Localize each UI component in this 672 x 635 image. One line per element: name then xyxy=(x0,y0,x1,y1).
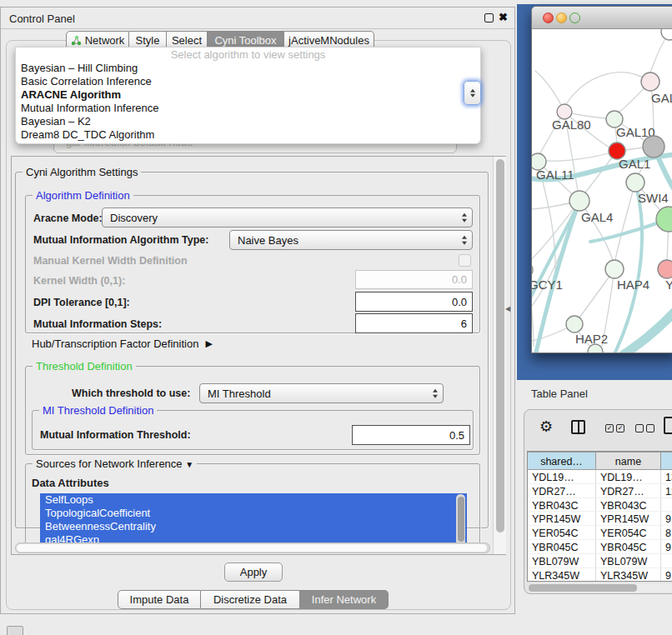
zoom-traffic-light[interactable] xyxy=(569,12,580,23)
table-cell[interactable]: 8. xyxy=(661,526,672,540)
network-node-label: GAL xyxy=(651,91,672,105)
table-cell[interactable]: YPR145W xyxy=(528,512,596,526)
apply-button[interactable]: Apply xyxy=(224,562,283,582)
table-column-header[interactable]: A xyxy=(661,452,672,470)
which-threshold-combo[interactable]: MI Threshold xyxy=(199,383,444,403)
table-cell[interactable]: YER054C xyxy=(596,526,661,540)
settings-vscrollbar[interactable] xyxy=(493,157,506,554)
algorithm-option[interactable]: ARACNE Algorithm xyxy=(16,88,480,102)
table-cell[interactable]: 9. xyxy=(661,540,672,554)
network-node-hap2[interactable] xyxy=(566,316,583,332)
table-cell[interactable]: YBR045C xyxy=(528,540,596,554)
table-column-header[interactable]: name xyxy=(596,452,661,470)
table-cell[interactable]: 12 xyxy=(661,484,672,498)
network-node-label: GAL80 xyxy=(552,118,591,132)
table-cell[interactable]: YER054C xyxy=(528,526,596,540)
mi-threshold-field[interactable]: 0.5 xyxy=(352,425,470,445)
which-threshold-label: Which threshold to use: xyxy=(72,388,190,399)
export-table-icon[interactable] xyxy=(664,417,672,434)
split-columns-icon[interactable] xyxy=(571,420,585,434)
manual-kernel-checkbox[interactable] xyxy=(459,254,471,267)
network-edge[interactable] xyxy=(546,151,617,161)
table-cell[interactable]: 9. xyxy=(661,512,672,526)
data-attribute-item[interactable]: SelfLoops xyxy=(40,493,467,507)
network-edge[interactable] xyxy=(566,72,650,104)
settings-vscroll-thumb[interactable] xyxy=(496,159,504,532)
data-attribute-item[interactable]: BetweennessCentrality xyxy=(40,520,467,533)
table-cell[interactable]: YDL19… xyxy=(528,470,596,484)
gear-icon[interactable]: ⚙ xyxy=(539,418,553,436)
attr-list-scrollbar[interactable] xyxy=(456,494,465,546)
table-cell[interactable]: YDL19… xyxy=(596,470,661,484)
sources-legend[interactable]: Sources for Network Inference ▼ xyxy=(33,458,197,470)
network-node[interactable] xyxy=(588,344,603,353)
algorithm-option[interactable]: Basic Correlation Inference xyxy=(16,75,480,88)
network-edge-highlighted[interactable] xyxy=(612,308,672,353)
mi-steps-field[interactable]: 6 xyxy=(355,313,473,333)
select-all-columns-icon[interactable]: ✓ ✓ xyxy=(605,424,624,432)
network-node-gal[interactable] xyxy=(641,72,659,91)
table-cell[interactable] xyxy=(661,498,672,512)
network-node[interactable] xyxy=(656,207,672,232)
network-node-gcy1[interactable] xyxy=(532,262,533,278)
table-cell[interactable]: YBR043C xyxy=(596,498,661,512)
network-node-y[interactable] xyxy=(658,260,672,278)
which-threshold-value: MI Threshold xyxy=(208,388,271,400)
network-node[interactable] xyxy=(661,29,672,40)
table-column-header[interactable]: shared… xyxy=(528,452,596,470)
minimize-traffic-light[interactable] xyxy=(556,12,567,23)
settings-hscrollbar[interactable] xyxy=(15,542,490,553)
network-window-titlebar[interactable] xyxy=(532,7,672,29)
mi-type-combo[interactable]: Naive Bayes xyxy=(229,230,473,250)
mi-type-label: Mutual Information Algorithm Type: xyxy=(33,234,208,246)
data-attribute-item[interactable]: TopologicalCoefficient xyxy=(40,507,467,520)
table-cell[interactable]: YLR345W xyxy=(596,568,661,582)
tab-infer-network[interactable]: Infer Network xyxy=(300,590,389,609)
algorithm-option[interactable]: Bayesian – K2 xyxy=(16,115,480,128)
network-canvas-svg[interactable]: GALGAL80GAL10GAL1GAL11SWI4GAL4GCY1HAP4YH… xyxy=(532,29,672,353)
table-cell[interactable]: YBR045C xyxy=(596,540,661,554)
settings-hscroll-thumb[interactable] xyxy=(17,544,487,552)
splitpane-collapse-arrow[interactable]: ◀ xyxy=(505,305,510,312)
network-edge[interactable] xyxy=(615,182,635,260)
kernel-width-field[interactable]: 0.0 xyxy=(355,270,473,289)
network-node-gal4[interactable] xyxy=(569,191,589,211)
network-node[interactable] xyxy=(643,136,664,158)
network-edge[interactable] xyxy=(532,201,579,264)
table-cell[interactable] xyxy=(661,554,672,568)
table-cell[interactable]: 13 xyxy=(661,470,672,484)
network-node-hap4[interactable] xyxy=(605,260,624,278)
tab-discretize-data[interactable]: Discretize Data xyxy=(201,590,300,609)
network-node-label: GCY1 xyxy=(532,278,563,292)
tab-label: Cyni Toolbox xyxy=(214,34,276,47)
algorithm-option[interactable]: Bayesian – Hill Climbing xyxy=(16,62,480,75)
network-node-swi4[interactable] xyxy=(626,173,644,192)
minimized-panel-icon[interactable] xyxy=(7,626,23,635)
close-traffic-light[interactable] xyxy=(543,12,554,23)
close-icon[interactable]: ✖ xyxy=(499,11,508,23)
table-cell[interactable]: YDR27… xyxy=(528,484,596,498)
data-attributes-list[interactable]: SelfLoopsTopologicalCoefficientBetweenne… xyxy=(40,493,467,547)
network-edge[interactable] xyxy=(625,148,643,150)
table-hscrollbar[interactable] xyxy=(528,583,672,592)
dpi-tolerance-field[interactable]: 0.0 xyxy=(355,292,473,312)
table-cell[interactable]: YBL079W xyxy=(596,554,661,568)
tab-impute-data[interactable]: Impute Data xyxy=(118,590,201,609)
table-cell[interactable]: YBL079W xyxy=(528,554,596,568)
aracne-mode-combo[interactable]: Discovery xyxy=(102,208,473,228)
deselect-all-columns-icon[interactable] xyxy=(635,424,654,432)
attr-list-scroll-thumb[interactable] xyxy=(458,497,464,542)
algorithm-option[interactable]: Mutual Information Inference xyxy=(16,102,480,115)
table-cell[interactable]: YPR145W xyxy=(596,512,661,526)
table-cell[interactable]: 9. xyxy=(661,568,672,582)
table-cell[interactable]: YBR043C xyxy=(528,498,596,512)
table-hscroll-thumb[interactable] xyxy=(529,584,637,592)
node-table[interactable]: shared…nameAYDL19…YDL19…13YDR27…YDR27…12… xyxy=(527,451,672,582)
focused-combo-stepper[interactable] xyxy=(464,81,481,105)
table-cell[interactable]: YDR27… xyxy=(596,484,661,498)
algorithm-option[interactable]: Dream8 DC_TDC Algorithm xyxy=(16,128,480,142)
algorithm-definition-legend: Algorithm Definition xyxy=(33,189,133,202)
hub-definition-expander[interactable]: Hub/Transcription Factor Definition ▶ xyxy=(32,338,213,350)
table-cell[interactable]: YLR345W xyxy=(528,568,596,582)
float-icon[interactable] xyxy=(484,13,494,22)
